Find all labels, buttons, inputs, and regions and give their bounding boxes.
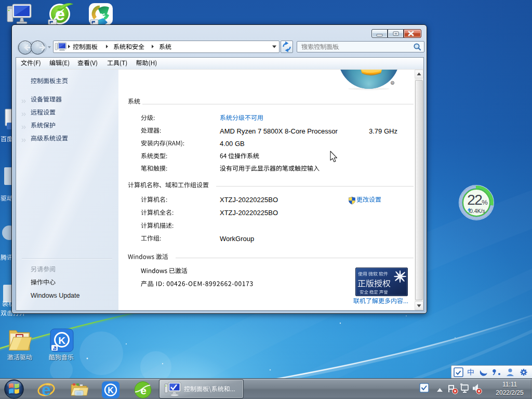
svg-text:e: e <box>42 381 50 398</box>
svg-text:K: K <box>108 386 114 395</box>
svg-text:K: K <box>58 335 65 346</box>
